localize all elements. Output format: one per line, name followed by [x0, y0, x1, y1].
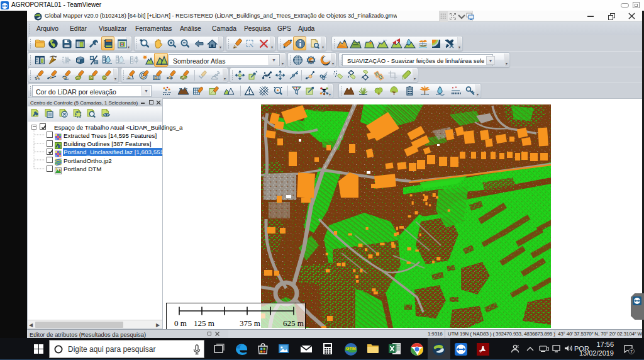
svg-text:3D: 3D	[78, 60, 81, 62]
svg-text:GTM: GTM	[346, 346, 356, 351]
